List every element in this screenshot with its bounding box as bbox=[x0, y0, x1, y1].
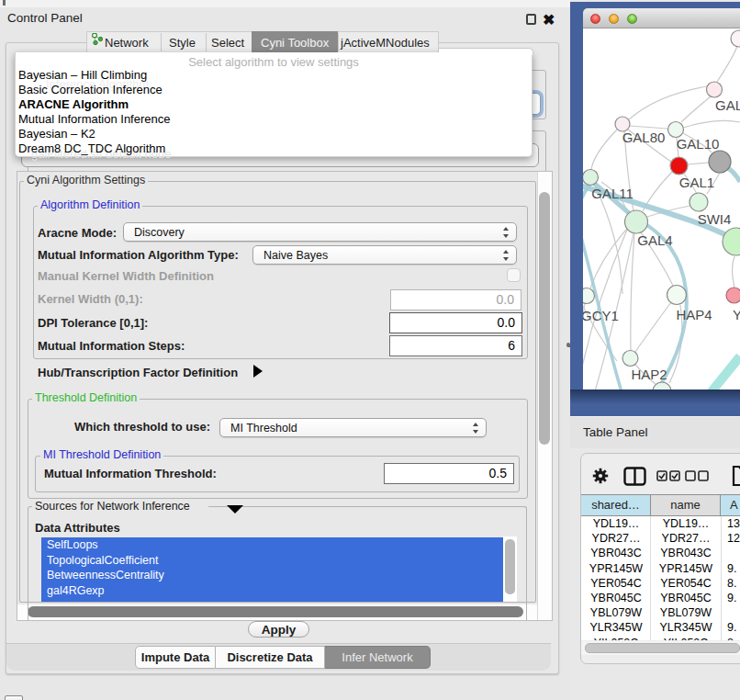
svg-text:GAL10: GAL10 bbox=[677, 136, 720, 152]
svg-text:Y: Y bbox=[733, 307, 740, 322]
svg-text:HAP4: HAP4 bbox=[676, 307, 712, 322]
svg-text:GAL7: GAL7 bbox=[715, 97, 740, 113]
svg-text:GAL4: GAL4 bbox=[637, 232, 672, 248]
svg-text:GAL1: GAL1 bbox=[679, 175, 714, 190]
svg-text:SWI4: SWI4 bbox=[698, 211, 732, 227]
svg-text:GAL11: GAL11 bbox=[591, 186, 633, 201]
svg-text:GCY1: GCY1 bbox=[583, 308, 619, 323]
svg-text:HAP2: HAP2 bbox=[631, 367, 667, 382]
svg-text:GAL80: GAL80 bbox=[622, 130, 666, 145]
